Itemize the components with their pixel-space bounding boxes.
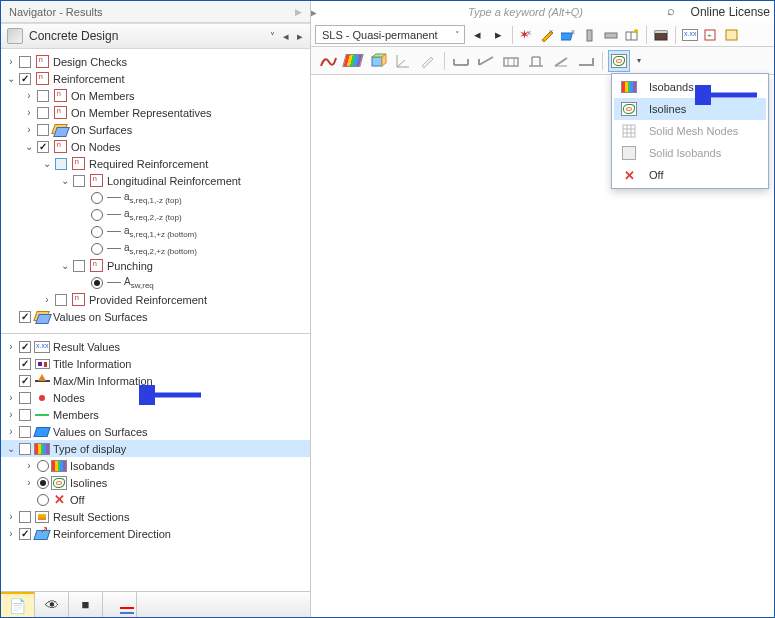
expand-icon[interactable]: › xyxy=(5,426,17,438)
collapse-icon[interactable]: ⌄ xyxy=(59,260,71,272)
tool-last[interactable] xyxy=(723,25,741,45)
row-values-on-surfaces[interactable]: Values on Surfaces xyxy=(1,308,310,325)
checkbox[interactable] xyxy=(73,175,85,187)
tool-beam-e[interactable] xyxy=(550,50,572,72)
expand-icon[interactable]: › xyxy=(5,392,17,404)
load-combo[interactable]: SLS - Quasi-permanent ˅ xyxy=(315,25,465,44)
checkbox[interactable] xyxy=(55,294,67,306)
expand-icon[interactable]: › xyxy=(23,460,35,472)
expand-icon[interactable]: › xyxy=(41,294,53,306)
row-off[interactable]: ✕ Off xyxy=(1,491,310,508)
expand-icon[interactable]: › xyxy=(5,511,17,523)
checkbox[interactable] xyxy=(19,56,31,68)
checkbox[interactable] xyxy=(37,124,49,136)
radio[interactable] xyxy=(37,494,49,506)
collapse-icon[interactable]: ⌄ xyxy=(59,175,71,187)
row-rein-dir[interactable]: › Reinforcement Direction xyxy=(1,525,310,542)
row-a3[interactable]: as,req,1,+z (bottom) xyxy=(1,223,310,240)
row-on-member-reps[interactable]: › On Member Representatives xyxy=(1,104,310,121)
radio[interactable] xyxy=(91,277,103,289)
menu-off[interactable]: ✕ Off xyxy=(614,164,766,186)
row-title-info[interactable]: Title Information xyxy=(1,355,310,372)
row-a4[interactable]: as,req,2,+z (bottom) xyxy=(1,240,310,257)
expand-icon[interactable]: › xyxy=(23,107,35,119)
keyword-hint[interactable]: Type a keyword (Alt+Q) xyxy=(468,6,583,18)
prev-button[interactable]: ◂ xyxy=(468,25,486,45)
tool-display-type-dropdown[interactable]: ▾ xyxy=(633,50,645,72)
expand-icon[interactable]: › xyxy=(23,90,35,102)
tool-axis[interactable] xyxy=(392,50,414,72)
checkbox[interactable] xyxy=(19,341,31,353)
tool-grid-x[interactable] xyxy=(623,25,641,45)
expand-icon[interactable]: › xyxy=(5,409,17,421)
tab-navigator[interactable]: 📄 xyxy=(1,592,35,617)
row-members2[interactable]: › Members xyxy=(1,406,310,423)
tool-surface-x[interactable]: x xyxy=(560,25,578,45)
checkbox[interactable] xyxy=(55,158,67,170)
chevron-down-icon[interactable]: ˅ xyxy=(270,31,275,42)
row-a1[interactable]: as,req,1,-z (top) xyxy=(1,189,310,206)
tool-star-x[interactable]: ✶x xyxy=(518,25,536,45)
row-asw[interactable]: Asw,req xyxy=(1,274,310,291)
section-header-concrete[interactable]: Concrete Design ˅ ◂ ▸ xyxy=(1,23,310,49)
tab-results[interactable] xyxy=(103,592,137,617)
checkbox[interactable] xyxy=(19,375,31,387)
tab-views[interactable]: 👁 xyxy=(35,592,69,617)
tool-beam-a[interactable] xyxy=(450,50,472,72)
checkbox[interactable] xyxy=(73,260,85,272)
expand-icon[interactable]: › xyxy=(23,477,35,489)
checkbox[interactable] xyxy=(37,107,49,119)
collapse-icon[interactable]: ⌄ xyxy=(5,443,17,455)
row-isobands[interactable]: › Isobands xyxy=(1,457,310,474)
checkbox[interactable] xyxy=(19,392,31,404)
row-punching[interactable]: ⌄ Punching xyxy=(1,257,310,274)
radio[interactable] xyxy=(91,209,103,221)
expand-icon[interactable]: › xyxy=(5,56,17,68)
radio[interactable] xyxy=(91,226,103,238)
tab-camera[interactable]: ■ xyxy=(69,592,103,617)
tool-cube[interactable] xyxy=(367,50,389,72)
tool-film[interactable] xyxy=(652,25,670,45)
radio[interactable] xyxy=(91,192,103,204)
row-values-on-surfaces2[interactable]: › Values on Surfaces xyxy=(1,423,310,440)
tool-pencil[interactable] xyxy=(417,50,439,72)
checkbox[interactable] xyxy=(19,528,31,540)
checkbox[interactable] xyxy=(19,443,31,455)
row-result-values[interactable]: › Result Values xyxy=(1,338,310,355)
search-icon[interactable]: ⌕ xyxy=(667,3,685,21)
tool-beam-b[interactable] xyxy=(475,50,497,72)
close-panel-icon[interactable]: ▶ xyxy=(295,7,302,17)
checkbox[interactable] xyxy=(37,90,49,102)
row-result-sections[interactable]: › Result Sections xyxy=(1,508,310,525)
checkbox[interactable] xyxy=(19,73,31,85)
tool-display-type[interactable] xyxy=(608,50,630,72)
tool-xnn[interactable] xyxy=(681,25,699,45)
row-on-nodes[interactable]: ⌄ On Nodes xyxy=(1,138,310,155)
row-isolines[interactable]: › Isolines xyxy=(1,474,310,491)
tool-pencil-x[interactable]: x xyxy=(539,25,557,45)
checkbox[interactable] xyxy=(19,358,31,370)
checkbox[interactable] xyxy=(19,511,31,523)
checkbox[interactable] xyxy=(37,141,49,153)
tool-beam-c[interactable] xyxy=(500,50,522,72)
tool-beam-f[interactable] xyxy=(575,50,597,72)
radio[interactable] xyxy=(37,460,49,472)
online-license[interactable]: Online License xyxy=(691,5,770,19)
collapse-icon[interactable]: ⌄ xyxy=(41,158,53,170)
row-required[interactable]: ⌄ Required Reinforcement xyxy=(1,155,310,172)
checkbox[interactable] xyxy=(19,409,31,421)
radio[interactable] xyxy=(37,477,49,489)
row-reinforcement[interactable]: ⌄ Reinforcement xyxy=(1,70,310,87)
tool-beam-d[interactable] xyxy=(525,50,547,72)
checkbox[interactable] xyxy=(19,311,31,323)
next-button[interactable]: ▸ xyxy=(489,25,507,45)
row-type-of-display[interactable]: ⌄ Type of display xyxy=(1,440,310,457)
row-a2[interactable]: as,req,2,-z (top) xyxy=(1,206,310,223)
expand-icon[interactable]: › xyxy=(5,528,17,540)
row-provided[interactable]: › Provided Reinforcement xyxy=(1,291,310,308)
row-on-surfaces[interactable]: › On Surfaces xyxy=(1,121,310,138)
row-on-members[interactable]: › On Members xyxy=(1,87,310,104)
tool-tag[interactable]: ⌁ xyxy=(702,25,720,45)
collapse-icon[interactable]: ⌄ xyxy=(5,73,17,85)
chevron-left-icon[interactable]: ◂ xyxy=(283,30,289,43)
